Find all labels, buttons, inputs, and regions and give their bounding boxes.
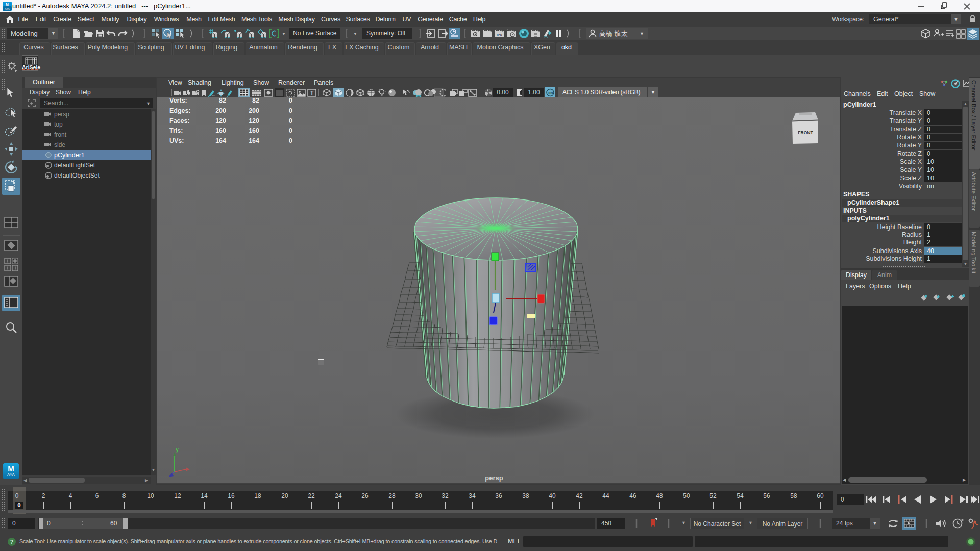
svg-text:T: T [310, 90, 314, 96]
svg-text:IPR: IPR [497, 33, 502, 37]
svg-text:persp: persp [485, 474, 503, 482]
svg-text:FRONT: FRONT [798, 130, 813, 135]
svg-text:?: ? [10, 539, 14, 545]
svg-text:M: M [6, 3, 9, 6]
svg-text:AYA: AYA [5, 7, 10, 10]
svg-text:y: y [176, 446, 179, 453]
svg-text:ON: ON [548, 91, 553, 95]
